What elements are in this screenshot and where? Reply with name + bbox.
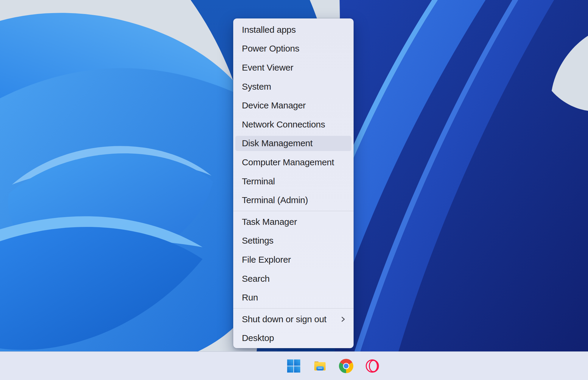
- menu-item-label: Search: [242, 274, 270, 284]
- menu-item-network-connections[interactable]: Network Connections: [233, 115, 354, 134]
- file-explorer-icon: [313, 359, 327, 373]
- menu-item-desktop[interactable]: Desktop: [233, 329, 354, 348]
- opera-gx-icon: [365, 359, 379, 373]
- menu-item-label: File Explorer: [242, 255, 291, 265]
- menu-item-settings[interactable]: Settings: [233, 231, 354, 250]
- menu-item-label: Task Manager: [242, 217, 297, 227]
- menu-item-event-viewer[interactable]: Event Viewer: [233, 58, 354, 77]
- menu-separator: [233, 211, 354, 211]
- menu-item-label: Network Connections: [242, 119, 325, 130]
- winx-menu: Installed apps Power Options Event Viewe…: [233, 18, 354, 348]
- menu-item-label: Device Manager: [242, 100, 306, 110]
- menu-item-label: Desktop: [242, 333, 274, 343]
- menu-item-search[interactable]: Search: [233, 269, 354, 288]
- taskbar-windows-start-button[interactable]: [284, 356, 304, 376]
- menu-item-terminal[interactable]: Terminal: [233, 172, 354, 191]
- menu-item-system[interactable]: System: [233, 77, 354, 96]
- taskbar-opera-gx-button[interactable]: [363, 356, 382, 376]
- taskbar-file-explorer-button[interactable]: [310, 356, 330, 376]
- menu-item-label: Terminal: [242, 176, 275, 186]
- menu-item-label: Run: [242, 292, 258, 303]
- menu-item-disk-management[interactable]: Disk Management: [233, 134, 354, 153]
- menu-item-run[interactable]: Run: [233, 288, 354, 307]
- menu-item-label: Computer Management: [242, 157, 334, 167]
- menu-item-computer-management[interactable]: Computer Management: [233, 153, 354, 172]
- menu-item-label: Event Viewer: [242, 63, 293, 73]
- submenu-chevron-icon: [339, 315, 347, 323]
- menu-separator: [233, 308, 354, 309]
- menu-item-label: Disk Management: [242, 138, 312, 148]
- menu-item-device-manager[interactable]: Device Manager: [233, 96, 354, 115]
- menu-item-shut-down-or-sign-out[interactable]: Shut down or sign out: [233, 310, 354, 329]
- taskbar-icon-group: [284, 352, 382, 380]
- menu-item-terminal-admin[interactable]: Terminal (Admin): [233, 191, 354, 210]
- menu-item-label: Power Options: [242, 43, 299, 54]
- menu-item-file-explorer[interactable]: File Explorer: [233, 250, 354, 269]
- menu-item-installed-apps[interactable]: Installed apps: [233, 20, 354, 39]
- menu-item-label: Installed apps: [242, 25, 296, 35]
- chrome-icon: [339, 359, 353, 373]
- menu-item-label: Shut down or sign out: [242, 314, 326, 324]
- menu-item-label: Settings: [242, 236, 273, 246]
- menu-item-label: Terminal (Admin): [242, 195, 308, 205]
- menu-item-power-options[interactable]: Power Options: [233, 39, 354, 58]
- taskbar-chrome-button[interactable]: [336, 356, 356, 376]
- taskbar: [0, 351, 588, 380]
- windows-start-icon: [287, 359, 301, 373]
- menu-item-label: System: [242, 82, 271, 92]
- menu-item-task-manager[interactable]: Task Manager: [233, 212, 354, 231]
